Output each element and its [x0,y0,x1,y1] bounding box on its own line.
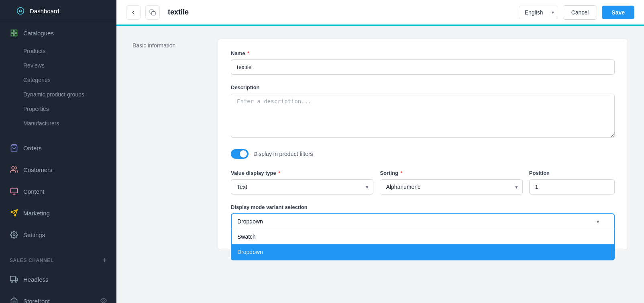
svg-point-11 [13,234,15,236]
svg-rect-12 [10,276,15,281]
form-card: Name * Description Display in product fi… [218,39,628,250]
header-left: textile [126,5,189,20]
display-mode-dropdown-container: Dropdown ▾ Swatch Dropdown [231,213,615,229]
dynamic-product-groups-label: Dynamic product groups [23,91,84,98]
svg-point-0 [17,8,24,14]
language-select[interactable]: English [519,6,558,19]
sorting-wrapper: Alphanumeric [380,179,522,194]
sidebar-item-products[interactable]: Products [3,44,113,58]
main-area: textile English Cancel Save Basic inform… [116,0,644,303]
form-section-label: Basic information [132,39,205,250]
name-label: Name * [231,50,615,56]
sidebar-item-orders-label: Orders [23,145,42,152]
sidebar-item-settings-label: Settings [23,231,45,238]
orders-icon [10,143,18,152]
reviews-label: Reviews [23,62,45,69]
page-header: textile English Cancel Save [116,0,644,26]
name-input[interactable] [231,59,615,75]
sidebar-item-categories[interactable]: Categories [3,73,113,87]
svg-rect-5 [15,34,17,36]
description-textarea[interactable] [231,94,615,138]
display-mode-label: Display mode variant selection [231,204,615,210]
sidebar-item-catalogues-label: Catalogues [23,30,54,37]
value-display-type-label: Value display type * [231,170,373,176]
storefront-visibility-icon [100,297,107,303]
display-filters-row: Display in product filters [231,149,615,159]
cancel-button[interactable]: Cancel [563,5,597,20]
dropdown-option-dropdown[interactable]: Dropdown [232,244,614,260]
properties-label: Properties [23,106,49,112]
sidebar-item-customers-label: Customers [23,166,53,173]
svg-rect-8 [11,188,18,193]
sidebar-item-properties[interactable]: Properties [3,102,113,116]
save-button[interactable]: Save [602,6,634,19]
sidebar-item-dashboard[interactable]: Dashboard [10,1,107,21]
sidebar-item-content-label: Content [23,188,45,195]
sidebar: Dashboard Catalogues Products Reviews Ca… [0,0,116,303]
customers-icon [10,165,18,174]
sidebar-item-marketing[interactable]: Marketing [3,203,113,223]
name-group: Name * [231,50,615,75]
type-row: Value display type * Text Sorting * [231,170,615,194]
svg-point-14 [15,280,17,282]
display-mode-dropdown-menu: Swatch Dropdown [231,229,615,260]
value-display-type-group: Value display type * Text [231,170,373,194]
description-group: Description [231,84,615,139]
form-layout: Basic information Name * Description [132,39,628,250]
manufacturers-label: Manufacturers [23,120,59,127]
sidebar-item-headless-label: Headless [23,276,49,283]
page-title: textile [168,8,189,16]
svg-rect-2 [11,30,14,33]
sidebar-item-catalogues[interactable]: Catalogues [3,23,113,43]
sidebar-item-content[interactable]: Content [3,181,113,201]
categories-label: Categories [23,77,51,83]
value-display-type-select[interactable]: Text [231,179,373,194]
sidebar-item-customers[interactable]: Customers [3,160,113,180]
products-label: Products [23,48,45,54]
dashboard-icon [16,6,25,15]
svg-point-1 [20,10,22,12]
settings-icon [10,230,18,239]
content-area: Basic information Name * Description [116,26,644,303]
sidebar-item-marketing-label: Marketing [23,210,50,217]
sidebar-item-manufacturers[interactable]: Manufacturers [3,117,113,130]
back-button[interactable] [126,5,141,20]
sales-channel-label: Sales Channel [10,258,54,263]
sidebar-item-orders[interactable]: Orders [3,138,113,158]
sidebar-item-headless[interactable]: Headless [3,269,113,289]
svg-rect-3 [15,30,17,33]
catalogues-icon [10,29,18,37]
dropdown-option-swatch[interactable]: Swatch [232,229,614,244]
duplicate-button[interactable] [145,5,160,20]
display-filters-label: Display in product filters [253,151,313,157]
sidebar-item-reviews[interactable]: Reviews [3,59,113,72]
headless-icon [10,275,18,284]
position-input[interactable] [529,179,615,194]
content-icon [10,187,18,196]
svg-rect-4 [11,34,14,36]
sidebar-item-storefront[interactable]: Storefront [3,291,113,303]
display-mode-value: Dropdown [237,218,263,225]
sidebar-item-dynamic-product-groups[interactable]: Dynamic product groups [3,88,113,101]
position-label: Position [529,170,615,176]
sorting-select[interactable]: Alphanumeric [380,179,522,194]
sales-channel-header: Sales Channel + [0,252,116,268]
name-required: * [246,50,249,56]
marketing-icon [10,209,18,217]
sidebar-item-storefront-label: Storefront [23,298,50,303]
svg-point-15 [103,300,104,301]
sidebar-item-dashboard-label: Dashboard [30,8,59,14]
add-sales-channel-icon[interactable]: + [102,256,107,264]
language-selector-wrapper: English [519,6,558,19]
display-filters-toggle[interactable] [231,149,249,159]
storefront-icon [10,297,18,303]
basic-information-label: Basic information [132,42,175,49]
sorting-label: Sorting * [380,170,522,176]
position-group: Position [529,170,615,194]
svg-point-7 [12,167,14,170]
description-label: Description [231,84,615,90]
sidebar-item-settings[interactable]: Settings [3,225,113,245]
display-mode-trigger[interactable]: Dropdown ▾ [231,213,615,229]
header-right: English Cancel Save [519,5,634,20]
svg-point-13 [11,280,13,282]
